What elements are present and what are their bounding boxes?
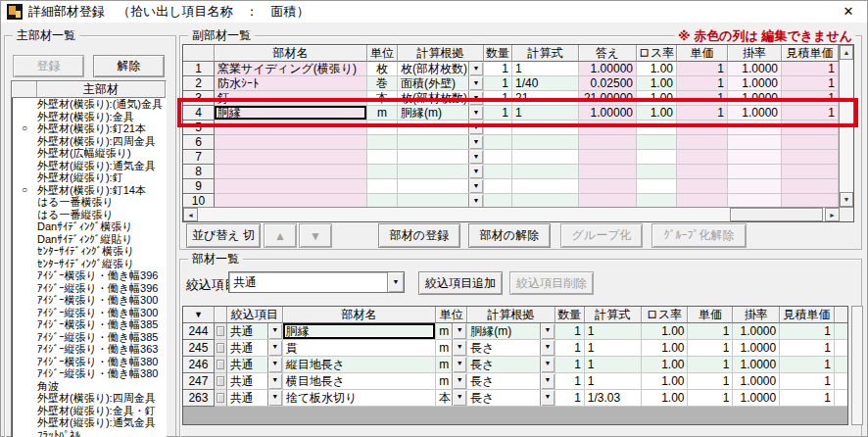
- cell-qty[interactable]: 1: [484, 91, 512, 106]
- chevron-down-icon[interactable]: ▼: [540, 340, 555, 356]
- cell-unit[interactable]: [367, 135, 398, 150]
- cell-loss-rate[interactable]: [637, 121, 677, 135]
- cell-unit[interactable]: [367, 150, 398, 165]
- cell-qty[interactable]: [484, 179, 512, 194]
- chevron-down-icon[interactable]: ▼: [267, 357, 282, 372]
- list-item[interactable]: 外壁材(縦張り):通気金具: [12, 416, 166, 429]
- chevron-down-icon[interactable]: ▼: [267, 390, 282, 406]
- cell-qty[interactable]: [484, 121, 512, 135]
- cell-loss-rate[interactable]: 1.00: [637, 76, 677, 91]
- cell-calc-basis[interactable]: 胴縁(m)▼: [398, 106, 484, 121]
- cell-calc-basis[interactable]: 長さ▼: [467, 373, 555, 390]
- cell-filter-item[interactable]: 共通▼: [227, 323, 283, 340]
- scroll-up-icon[interactable]: ▲: [840, 45, 853, 60]
- cell-unit[interactable]: m▼: [436, 357, 467, 373]
- row-select-button[interactable]: [215, 340, 227, 357]
- chevron-down-icon[interactable]: ▼: [267, 323, 282, 339]
- cell-part-name[interactable]: 胴縁: [283, 323, 436, 340]
- chevron-down-icon[interactable]: ▼: [540, 323, 555, 339]
- list-item[interactable]: ｱｲｼﾞｰ縦張り・働き幅363: [12, 343, 166, 356]
- row-select-button[interactable]: [215, 373, 227, 390]
- cell-part-name[interactable]: 縦目地長さ: [283, 357, 436, 373]
- cell-unit[interactable]: 枚: [367, 62, 398, 76]
- cell-filter-item[interactable]: 共通▼: [227, 340, 283, 357]
- cell-unit[interactable]: m▼: [436, 373, 467, 390]
- cell-formula[interactable]: [512, 165, 579, 179]
- chevron-down-icon[interactable]: ▼: [452, 323, 466, 339]
- cell-loss-rate[interactable]: 1.00: [642, 390, 689, 407]
- parts-vertical-scrollbar[interactable]: [851, 306, 863, 425]
- cell-estimate-price[interactable]: 1: [780, 357, 835, 373]
- list-item[interactable]: ﾌﾗｯﾄﾊﾟﾈﾙ: [12, 429, 166, 437]
- cell-estimate-price[interactable]: 1: [780, 340, 835, 357]
- cell-unit-price[interactable]: 1: [688, 340, 733, 357]
- row-number[interactable]: 247: [183, 373, 215, 390]
- list-item[interactable]: 外壁材(横張り):(通気)金具: [12, 98, 166, 111]
- list-item[interactable]: ｱｲｼﾞｰ横張り・働き幅385: [12, 318, 166, 331]
- cell-formula[interactable]: 1: [585, 373, 642, 390]
- chevron-down-icon[interactable]: ▼: [468, 91, 483, 105]
- row-number[interactable]: 263: [183, 390, 215, 407]
- chevron-down-icon[interactable]: ▼: [468, 106, 483, 120]
- cell-part-name[interactable]: 貫: [283, 340, 436, 357]
- cell-qty[interactable]: 1: [555, 390, 585, 407]
- cell-calc-basis[interactable]: 長さ▼: [467, 340, 555, 357]
- part-register-button[interactable]: 部材の登録: [378, 223, 460, 248]
- chevron-down-icon[interactable]: ▼: [468, 135, 483, 149]
- cell-qty[interactable]: [484, 135, 512, 150]
- list-item[interactable]: 外壁材(縦張り):金具・釘: [12, 405, 166, 417]
- sort-toggle-button[interactable]: 並び替え 切: [186, 223, 261, 248]
- cell-calc-basis[interactable]: 長さ▼: [467, 390, 555, 407]
- cell-qty[interactable]: 1: [484, 106, 512, 121]
- filter-add-button[interactable]: 絞込項目追加: [418, 271, 503, 295]
- row-number[interactable]: 5: [183, 121, 215, 135]
- cell-formula[interactable]: 1: [512, 106, 579, 121]
- list-item[interactable]: 外壁材(広幅縦張り): [12, 147, 166, 160]
- row-number[interactable]: 6: [183, 135, 215, 150]
- cell-qty[interactable]: 1: [484, 76, 512, 91]
- cell-formula[interactable]: 21: [512, 91, 579, 106]
- list-item[interactable]: 外壁材(縦張り):通気金具: [12, 160, 166, 172]
- cell-calc-basis[interactable]: ▼: [398, 135, 484, 150]
- cell-multiplier[interactable]: 1.0000: [733, 390, 780, 407]
- list-item[interactable]: ｱｲｼﾞｰ縦張り・働き幅380: [12, 367, 166, 380]
- cell-multiplier[interactable]: 1.0000: [733, 340, 780, 357]
- list-item[interactable]: ｾﾝﾀｰｻｲﾃﾞｨﾝｸﾞ横張り: [12, 245, 166, 258]
- chevron-down-icon[interactable]: ▼: [452, 357, 466, 372]
- cell-calc-basis[interactable]: 面積(外壁)▼: [398, 76, 484, 91]
- cell-qty[interactable]: 1: [555, 323, 585, 340]
- cell-unit-price[interactable]: 1: [688, 390, 733, 407]
- row-number[interactable]: 1: [183, 62, 215, 76]
- chevron-down-icon[interactable]: ▼: [468, 179, 483, 193]
- release-button[interactable]: 解除: [93, 55, 165, 77]
- scroll-right-icon[interactable]: ►: [825, 208, 840, 221]
- cell-unit[interactable]: 巻: [367, 76, 398, 91]
- close-icon[interactable]: ✕: [840, 1, 857, 23]
- list-item[interactable]: はる一番横張り: [12, 196, 166, 209]
- horizontal-scrollbar[interactable]: ◄ ►: [183, 207, 840, 221]
- cell-unit[interactable]: m: [367, 106, 398, 121]
- cell-estimate-price[interactable]: 1: [780, 373, 835, 390]
- cell-unit[interactable]: [367, 165, 398, 179]
- cell-part-name[interactable]: 横目地長さ: [283, 373, 436, 390]
- list-item[interactable]: ｱｲｼﾞｰ縦張り・働き幅385: [12, 331, 166, 344]
- cell-loss-rate[interactable]: 1.00: [642, 323, 689, 340]
- cell-unit-price[interactable]: 1: [688, 357, 733, 373]
- list-item[interactable]: 外壁材(縦張り):釘: [12, 171, 166, 184]
- cell-calc-basis[interactable]: ▼: [398, 179, 484, 194]
- cell-filter-item[interactable]: 共通▼: [227, 373, 283, 390]
- move-up-button[interactable]: ▲: [264, 223, 297, 248]
- row-number[interactable]: 7: [183, 150, 215, 165]
- cell-loss-rate[interactable]: 1.00: [637, 91, 677, 106]
- filter-select[interactable]: 共通 ▼: [228, 271, 405, 293]
- row-select-button[interactable]: [215, 323, 227, 340]
- row-number[interactable]: 245: [183, 340, 215, 357]
- scrollbar-thumb[interactable]: [730, 208, 823, 221]
- cell-loss-rate[interactable]: [637, 179, 677, 194]
- list-item[interactable]: ｱｲｼﾞｰ横張り・働き幅300: [12, 294, 166, 307]
- cell-qty[interactable]: [484, 150, 512, 165]
- cell-formula[interactable]: 1/3.03: [585, 390, 642, 407]
- list-item[interactable]: 外壁材(横張り):四周金具: [12, 392, 166, 405]
- cell-filter-item[interactable]: 共通▼: [227, 390, 283, 407]
- cell-formula[interactable]: 1: [585, 323, 642, 340]
